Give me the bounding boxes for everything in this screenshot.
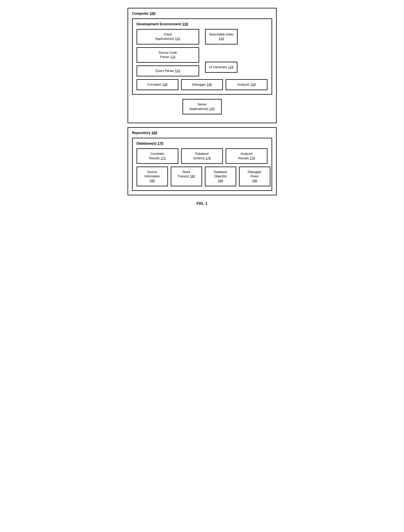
dev-env-columns: ClientApplication(s) 112 Source CodePars…: [137, 29, 268, 76]
correlator-results-box: CorrelatorResults 172: [137, 148, 178, 164]
page-container: Computer 100 Development Environment 110…: [128, 8, 277, 206]
dev-env-id: 110: [182, 22, 188, 26]
correlator-box: Correlator 130: [137, 79, 178, 90]
ui-generator-box: UI Generator 118: [205, 62, 238, 73]
computer-label: Computer 100: [132, 12, 272, 16]
figure-label: FIG. 1: [197, 201, 208, 206]
server-box-wrapper: ServerApplication(s) 120: [132, 99, 272, 114]
repository-box: Repository 160 Database(s) 170 Correlato…: [128, 127, 277, 195]
computer-id: 100: [150, 12, 156, 15]
db-bottom-row: SourceInformation180 StackTrace(s) 182 D…: [137, 167, 268, 186]
dev-env-box: Development Environment 110 ClientApplic…: [132, 19, 272, 95]
db-top-row: CorrelatorResults 172 DatabaseSchema 176…: [137, 148, 268, 164]
source-information-box: SourceInformation180: [137, 167, 168, 186]
dev-env-right-col: Searchable Index116 UI Generator 118: [205, 29, 268, 76]
client-application-box: ClientApplication(s) 112: [137, 29, 199, 44]
searchable-index-box: Searchable Index116: [205, 29, 238, 44]
debugger-rules-box: DebuggerRules190: [239, 167, 270, 186]
server-application-box: ServerApplication(s) 120: [182, 99, 222, 114]
dev-env-label: Development Environment 110: [137, 22, 268, 26]
debugger-box: Debugger 140: [181, 79, 223, 90]
database-id: 170: [157, 141, 163, 146]
analyzer-box: Analyzer 150: [226, 79, 267, 90]
database-box: Database(s) 170 CorrelatorResults 172 Da…: [132, 138, 272, 191]
dev-env-left-col: ClientApplication(s) 112 Source CodePars…: [137, 29, 199, 76]
database-label: Database(s) 170: [137, 141, 268, 146]
dev-bottom-row: Correlator 130 Debugger 140 Analyzer 150: [137, 79, 268, 90]
source-code-parser-box: Source CodeParser 114: [137, 47, 199, 63]
query-parser-box: Query Parser 115: [137, 65, 199, 76]
database-schema-box: DatabaseSchema 176: [181, 148, 223, 164]
database-objects-box: DatabaseObject(s)186: [205, 167, 236, 186]
computer-box: Computer 100 Development Environment 110…: [128, 8, 277, 123]
stack-trace-box: StackTrace(s) 182: [171, 167, 202, 186]
analyzer-results-box: AnalyzerResults 178: [226, 148, 267, 164]
repository-id: 160: [151, 131, 157, 135]
repository-label: Repository 160: [132, 131, 272, 135]
